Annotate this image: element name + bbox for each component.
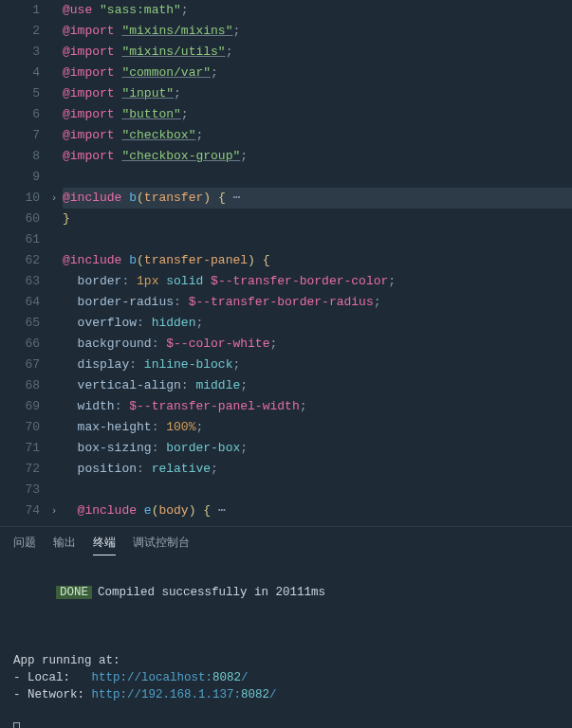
line-number: 74: [0, 500, 40, 521]
done-badge: DONE: [56, 586, 92, 599]
code-line[interactable]: [63, 480, 572, 500]
code-line[interactable]: background: $--color-white;: [63, 334, 572, 355]
line-number: 6: [0, 104, 40, 125]
compile-status: Compiled successfully in 20111ms: [98, 586, 325, 599]
code-line[interactable]: border-radius: $--transfer-border-radius…: [63, 292, 572, 313]
line-number: 9: [0, 167, 40, 188]
code-line[interactable]: @import "checkbox";: [63, 125, 572, 146]
code-line[interactable]: }: [63, 209, 572, 229]
local-label: - Local:: [13, 671, 92, 684]
code-line[interactable]: max-height: 100%;: [63, 417, 572, 438]
line-number: 66: [0, 334, 40, 355]
line-number: 1: [0, 0, 40, 21]
code-line[interactable]: overflow: hidden;: [63, 313, 572, 334]
line-number: 60: [0, 209, 40, 229]
line-number: 62: [0, 250, 40, 271]
line-number: 70: [0, 417, 40, 438]
line-number: 7: [0, 125, 40, 146]
code-area[interactable]: @use "sass:math";@import "mixins/mixins"…: [63, 0, 572, 526]
line-number: 10: [0, 188, 40, 209]
line-number: 67: [0, 355, 40, 375]
code-line[interactable]: @use "sass:math";: [63, 0, 572, 21]
code-line[interactable]: @import "input";: [63, 83, 572, 104]
code-line[interactable]: width: $--transfer-panel-width;: [63, 396, 572, 417]
code-line[interactable]: border: 1px solid $--transfer-border-col…: [63, 271, 572, 292]
line-number: 4: [0, 63, 40, 83]
line-number: 72: [0, 459, 40, 480]
fold-column[interactable]: ››: [46, 0, 63, 526]
code-line[interactable]: @import "mixins/mixins";: [63, 21, 572, 42]
code-line[interactable]: [63, 229, 572, 250]
code-line[interactable]: @import "mixins/utils";: [63, 42, 572, 63]
line-number: 64: [0, 292, 40, 313]
code-line[interactable]: @include b(transfer) { ⋯: [63, 188, 572, 209]
line-number: 2: [0, 21, 40, 42]
code-line[interactable]: @include e(body) { ⋯: [63, 500, 572, 521]
code-line[interactable]: @import "button";: [63, 104, 572, 125]
line-number: 63: [0, 271, 40, 292]
code-line[interactable]: vertical-align: middle;: [63, 375, 572, 396]
line-number: 5: [0, 83, 40, 104]
tab-problems[interactable]: 问题: [13, 535, 36, 555]
code-line[interactable]: box-sizing: border-box;: [63, 438, 572, 459]
line-number: 69: [0, 396, 40, 417]
tab-debug[interactable]: 调试控制台: [133, 535, 190, 555]
code-line[interactable]: [63, 167, 572, 188]
local-url[interactable]: http://localhost:8082/: [92, 671, 249, 684]
network-url[interactable]: http://192.168.1.137:8082/: [92, 688, 277, 701]
app-running-label: App running at:: [13, 652, 559, 669]
network-label: - Network:: [13, 688, 92, 701]
code-line[interactable]: @import "checkbox-group";: [63, 146, 572, 167]
code-editor[interactable]: 1234567891060616263646566676869707172737…: [0, 0, 572, 526]
code-line[interactable]: @import "common/var";: [63, 63, 572, 83]
chevron-right-icon[interactable]: ›: [46, 500, 63, 521]
line-number-gutter: 1234567891060616263646566676869707172737…: [0, 0, 46, 526]
line-number: 68: [0, 375, 40, 396]
line-number: 71: [0, 438, 40, 459]
tab-output[interactable]: 输出: [53, 535, 76, 555]
tab-terminal[interactable]: 终端: [93, 535, 116, 555]
code-line[interactable]: position: relative;: [63, 459, 572, 480]
line-number: 3: [0, 42, 40, 63]
line-number: 65: [0, 313, 40, 334]
code-line[interactable]: @include b(transfer-panel) {: [63, 250, 572, 271]
line-number: 61: [0, 229, 40, 250]
panel-tabs: 问题输出终端调试控制台: [13, 535, 559, 555]
terminal-cursor: [13, 722, 20, 728]
code-line[interactable]: display: inline-block;: [63, 355, 572, 375]
line-number: 8: [0, 146, 40, 167]
bottom-panel: 问题输出终端调试控制台 DONECompiled successfully in…: [0, 526, 572, 728]
chevron-right-icon[interactable]: ›: [46, 188, 63, 209]
terminal-output[interactable]: DONECompiled successfully in 20111ms App…: [13, 567, 559, 728]
line-number: 73: [0, 480, 40, 500]
